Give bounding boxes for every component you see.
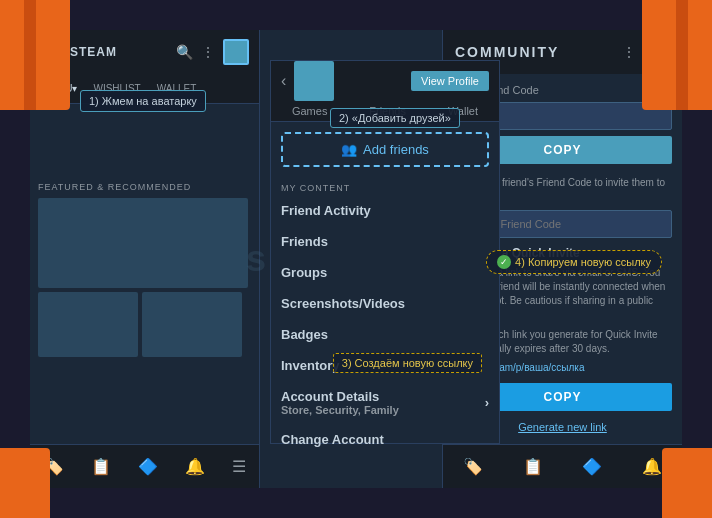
search-icon[interactable]: 🔍 [176,44,193,60]
account-sub-label: Store, Security, Family [281,404,399,416]
gift-decoration-bottom-right [662,448,712,518]
gift-decoration-right [642,0,712,110]
right-nav-icon-bell[interactable]: 🔔 [642,457,662,476]
right-nav-icon-diamond[interactable]: 🔷 [582,457,602,476]
annotation-step3: 3) Создаём новую ссылку [333,353,482,373]
check-icon: ✓ [497,255,511,269]
my-content-label: MY CONTENT [271,177,499,195]
menu-item-groups[interactable]: Groups [271,257,499,288]
game-card-main [38,198,248,288]
menu-item-change-account[interactable]: Change Account [271,424,499,455]
game-card-2 [142,292,242,357]
community-menu-icon[interactable]: ⋮ [622,44,636,60]
add-friends-label: Add friends [363,142,429,157]
nav-icon-diamond[interactable]: 🔷 [138,457,158,476]
menu-dots-icon[interactable]: ⋮ [201,44,215,60]
gift-decoration-bottom-left [0,448,50,518]
community-title: COMMUNITY [455,44,622,60]
featured-label: FEATURED & RECOMMENDED [38,182,251,192]
main-container: S STEAM 🔍 ⋮ MENU▾ WISHLIST WALLET 1) Жме… [30,30,682,488]
back-arrow-icon[interactable]: ‹ [281,72,286,90]
right-nav-icon-tag[interactable]: 🏷️ [463,457,483,476]
chevron-right-icon: › [485,395,489,410]
annotation-step2: 2) «Добавить друзей» [330,108,460,128]
user-avatar-small[interactable] [223,39,249,65]
menu-item-friends[interactable]: Friends [271,226,499,257]
view-profile-button[interactable]: View Profile [411,71,489,91]
nav-icon-bell[interactable]: 🔔 [185,457,205,476]
game-card-1 [38,292,138,357]
bottom-nav-left: 🏷️ 📋 🔷 🔔 ☰ [30,444,259,488]
annotation-step4: ✓ 4) Копируем новую ссылку [486,250,662,274]
account-details-label: Account Details [281,389,399,404]
game-cards [38,198,251,357]
profile-tab-games[interactable]: Games [284,101,335,121]
menu-item-friend-activity[interactable]: Friend Activity [271,195,499,226]
add-friends-button[interactable]: 👥 Add friends [281,132,489,167]
annotation-step1: 1) Жмем на аватарку [80,90,206,112]
middle-header: ‹ View Profile [271,61,499,101]
add-friends-icon: 👥 [341,142,357,157]
nav-icon-list[interactable]: 📋 [91,457,111,476]
profile-avatar [294,61,334,101]
steam-title: STEAM [70,45,117,59]
menu-item-screenshots[interactable]: Screenshots/Videos [271,288,499,319]
menu-item-badges[interactable]: Badges [271,319,499,350]
menu-item-account[interactable]: Account Details Store, Security, Family … [271,381,499,424]
left-content: FEATURED & RECOMMENDED [30,104,259,444]
right-nav-icon-list[interactable]: 📋 [523,457,543,476]
nav-icon-menu[interactable]: ☰ [232,457,246,476]
gift-decoration-left [0,0,70,110]
